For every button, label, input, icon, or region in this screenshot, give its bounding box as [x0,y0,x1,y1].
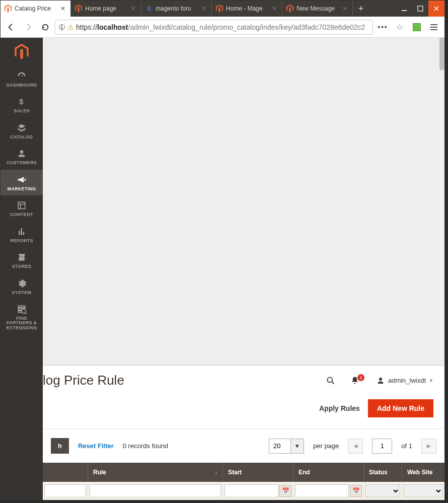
browser-tab-strip: Catalog Price ✕ Home page ✕ G magento fo… [1,1,444,17]
window-controls [396,1,444,17]
browser-toolbar: 🛈 ⚠ https://localhost/admin_lwixdt/catal… [1,17,444,38]
maximize-button[interactable] [412,1,428,17]
tab-label: Home - Mage [226,5,268,12]
sidebar-item-dashboard[interactable]: DASHBOARD [1,66,43,92]
chevron-down-icon[interactable]: ▾ [291,439,304,454]
apply-rules-button[interactable]: Apply Rules [318,399,361,417]
svg-rect-0 [402,10,407,11]
grid-header-row: Rule↓ Start End Status Web Site [43,463,444,482]
svg-text:$: $ [19,97,24,106]
magento-icon [216,5,223,12]
sidebar-item-label: SYSTEM [12,291,32,295]
close-icon[interactable]: ✕ [271,5,278,12]
calendar-icon[interactable]: 📅 [279,485,291,497]
url-prefix: https:// [76,23,97,31]
minimize-button[interactable] [396,1,412,17]
sidebar-item-reports[interactable]: REPORTS [1,222,43,247]
back-button[interactable] [4,20,19,35]
sidebar-item-system[interactable]: SYSTEM [1,273,43,299]
admin-content: log Price Rule 1 admin_lwixdt ▼ [43,38,444,500]
column-header-rule[interactable]: Rule↓ [88,463,223,482]
shield-icon: 🛈 [58,23,65,31]
page-header: log Price Rule 1 admin_lwixdt ▼ [43,366,444,395]
sidebar-item-customers[interactable]: CUSTOMERS [1,143,43,169]
browser-tab-0[interactable]: Catalog Price ✕ [1,1,71,17]
tab-label: magento foru [156,5,197,12]
hamburger-menu-button[interactable] [426,20,441,35]
scrollbar-thumb[interactable] [439,38,444,70]
sidebar-item-label: STORES [12,264,32,269]
calendar-icon[interactable]: 📅 [350,485,362,497]
pager-prev-button[interactable]: ◄ [348,439,363,454]
google-icon: G [145,5,153,12]
column-header-id[interactable] [43,463,88,482]
magento-icon [5,5,12,12]
close-icon[interactable]: ✕ [341,5,348,12]
reload-button[interactable] [38,20,53,35]
window-close-button[interactable] [428,1,444,17]
notification-badge: 1 [357,374,364,381]
grid-filter-row: 📅 📅 [43,482,444,500]
browser-tab-2[interactable]: G magento foru ✕ [141,1,212,17]
close-icon[interactable]: ✕ [59,5,66,12]
sidebar-item-marketing[interactable]: MARKETING [1,170,43,195]
sidebar-item-catalog[interactable]: CATALOG [1,118,43,143]
sort-desc-icon: ↓ [215,470,217,475]
column-header-status[interactable]: Status [364,463,402,482]
page-number-input[interactable] [372,439,392,454]
page-panel: log Price Rule 1 admin_lwixdt ▼ [43,365,444,500]
sidebar-item-label: DASHBOARD [6,83,37,88]
page-actions: Apply Rules Add New Rule [43,395,444,429]
notifications-icon[interactable]: 1 [348,376,362,386]
pager-of-label: of 1 [401,442,412,450]
filter-website-select[interactable] [404,484,443,497]
browser-tab-1[interactable]: Home page ✕ [71,1,141,17]
magento-icon [286,5,293,12]
filter-status-select[interactable] [365,484,400,497]
extension-icon[interactable] [409,20,424,35]
page-size-input[interactable] [269,439,291,454]
new-tab-button[interactable]: + [353,1,369,17]
per-page-label: per page [313,442,339,450]
url-bar[interactable]: 🛈 ⚠ https://localhost/admin_lwixdt/catal… [55,20,373,35]
sidebar-item-label: FIND PARTNERS & EXTENSIONS [6,316,37,330]
filter-start-input[interactable] [225,484,278,497]
browser-tab-4[interactable]: New Message ✕ [282,1,353,17]
add-new-rule-button[interactable]: Add New Rule [368,399,433,417]
page-size-select[interactable]: ▾ [269,439,304,454]
sidebar-item-label: CONTENT [10,212,33,217]
page-title: log Price Rule [43,373,314,388]
sidebar-item-partners[interactable]: FIND PARTNERS & EXTENSIONS [1,299,43,334]
magento-logo[interactable] [1,38,43,66]
lock-warning-icon: ⚠ [67,23,74,31]
forward-button[interactable] [21,20,36,35]
reset-filter-link[interactable]: Reset Filter [78,442,114,450]
url-path: /admin_lwixdt/catalog_rule/promo_catalog… [128,23,365,31]
filter-rule-input[interactable] [90,484,221,497]
column-header-start[interactable]: Start [223,463,293,482]
search-icon[interactable] [324,376,338,386]
close-icon[interactable]: ✕ [200,5,207,12]
browser-tab-3[interactable]: Home - Mage ✕ [212,1,282,17]
sidebar-item-label: CUSTOMERS [7,161,37,165]
pager-next-button[interactable]: ► [421,439,436,454]
sidebar-item-content[interactable]: CONTENT [1,195,43,221]
filter-id-input[interactable] [44,484,86,497]
tab-label: Catalog Price [15,5,56,12]
tab-label: Home page [85,5,127,12]
grid-search-button[interactable]: h [51,438,69,454]
sidebar-item-sales[interactable]: $ SALES [1,92,43,117]
svg-rect-1 [418,6,423,11]
filter-end-input[interactable] [295,484,349,497]
sidebar-item-stores[interactable]: STORES [1,247,43,273]
column-header-website[interactable]: Web Site [402,463,444,482]
column-header-end[interactable]: End [293,463,364,482]
user-menu[interactable]: admin_lwixdt ▼ [376,376,433,385]
blank-area [43,38,444,340]
tab-label: New Message [296,5,338,12]
records-found: 0 records found [123,442,168,450]
admin-sidebar: DASHBOARD $ SALES CATALOG CUSTOMERS MARK… [1,38,43,500]
page-action-dots[interactable]: ••• [375,20,390,35]
bookmark-star-icon[interactable]: ☆ [392,20,407,35]
close-icon[interactable]: ✕ [130,5,137,12]
